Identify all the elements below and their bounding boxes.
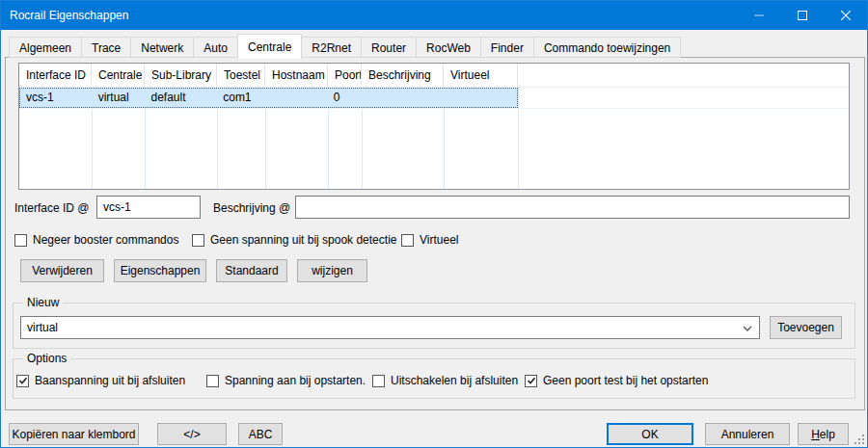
tab-finder[interactable]: Finder	[480, 37, 534, 58]
tab-rocweb[interactable]: RocWeb	[416, 37, 481, 58]
rocrail-properties-dialog: Rocrail Eigenschappen Algemeen Trace Net…	[0, 0, 868, 448]
checkmark-icon	[527, 376, 536, 385]
tab-centrale[interactable]: Centrale	[237, 34, 302, 59]
tab-algemeen[interactable]: Algemeen	[9, 37, 82, 58]
checkbox-uitschakelen-bij-afsluiten[interactable]: Uitschakelen bij afsluiten	[372, 373, 518, 388]
column-header-filler	[518, 64, 849, 87]
tab-netwerk[interactable]: Netwerk	[130, 37, 194, 58]
cell-interface-id: vcs-1	[20, 89, 93, 107]
column-header-hostnaam[interactable]: Hostnaam	[265, 64, 328, 87]
maximize-icon	[798, 11, 807, 20]
cell-toestel: com1	[217, 89, 265, 107]
annuleren-button[interactable]: Annuleren	[705, 423, 790, 445]
checkbox-box	[14, 234, 27, 247]
cell-hostnaam	[265, 89, 328, 107]
column-header-centrale[interactable]: Centrale	[92, 64, 145, 87]
wijzigen-button[interactable]: wijzigen	[297, 259, 367, 282]
toevoegen-button[interactable]: Toevoegen	[770, 316, 842, 339]
standaard-button[interactable]: Standaard	[216, 259, 287, 282]
checkbox-geen-poort-test[interactable]: Geen poort test bij het opstarten	[525, 373, 708, 388]
help-label-rest: elp	[820, 428, 835, 441]
eigenschappen-button[interactable]: Eigenschappen	[114, 259, 206, 282]
checkbox-box	[192, 234, 204, 247]
tab-bar: Algemeen Trace Netwerk Auto Centrale R2R…	[9, 36, 680, 58]
column-header-beschrijving[interactable]: Beschrijving	[362, 64, 444, 87]
column-header-interface-id[interactable]: Interface ID	[19, 64, 92, 87]
maximize-button[interactable]	[780, 1, 824, 30]
cell-sub-library: default	[146, 89, 218, 107]
abc-button[interactable]: ABC	[238, 423, 283, 445]
cell-poort: 0	[328, 89, 362, 107]
options-groupbox-title: Options	[23, 352, 70, 365]
column-header-poort[interactable]: Poort	[328, 64, 362, 87]
checkbox-box	[206, 375, 219, 387]
minimize-button[interactable]	[737, 1, 780, 30]
minimize-icon	[754, 11, 764, 20]
ok-button[interactable]: OK	[607, 423, 693, 445]
interfaces-table[interactable]: Interface ID Centrale Sub-Library Toeste…	[18, 63, 850, 190]
tab-commando-toewijzingen[interactable]: Commando toewijzingen	[533, 37, 681, 58]
chevron-down-icon	[743, 324, 752, 333]
close-icon	[841, 11, 851, 20]
window-controls	[737, 1, 867, 30]
column-header-sub-library[interactable]: Sub-Library	[145, 64, 217, 87]
checkbox-label: Geen spanning uit bij spook detectie	[210, 233, 396, 247]
interface-id-input[interactable]	[96, 196, 201, 219]
checkbox-negeer-booster-commandos[interactable]: Negeer booster commandos	[14, 232, 178, 248]
checkbox-label: Uitschakelen bij afsluiten	[391, 374, 518, 387]
checkbox-label: Geen poort test bij het opstarten	[543, 374, 708, 387]
beschrijving-input[interactable]	[295, 196, 850, 219]
combobox-selected-value: virtual	[27, 321, 58, 334]
checkbox-virtueel[interactable]: Virtueel	[401, 232, 458, 248]
help-label-accel: H	[811, 428, 820, 441]
cell-centrale: virtual	[93, 89, 146, 107]
column-header-virtueel[interactable]: Virtueel	[444, 64, 518, 87]
checkbox-spanning-aan-bij-opstarten[interactable]: Spanning aan bij opstarten.	[206, 373, 366, 388]
checkbox-baanspanning-uit-bij-afsluiten[interactable]: Baanspanning uit bij afsluiten	[16, 373, 185, 388]
tab-auto[interactable]: Auto	[193, 37, 238, 58]
tab-r2rnet[interactable]: R2Rnet	[301, 37, 362, 58]
new-central-combobox[interactable]: virtual	[20, 316, 760, 339]
verwijderen-button[interactable]: Verwijderen	[20, 259, 104, 282]
tab-trace[interactable]: Trace	[81, 37, 131, 58]
copy-to-clipboard-button[interactable]: Kopiëren naar klembord	[9, 423, 139, 445]
checkbox-geen-spanning-spook[interactable]: Geen spanning uit bij spook detectie	[192, 232, 396, 248]
table-row-selected[interactable]: vcs-1 virtual default com1 0	[19, 88, 518, 108]
checkbox-box	[401, 234, 414, 247]
help-button[interactable]: Help	[798, 423, 849, 445]
checkbox-label: Negeer booster commandos	[33, 233, 178, 247]
checkbox-label: Virtueel	[420, 233, 458, 247]
nieuw-groupbox-title: Nieuw	[23, 296, 63, 309]
cell-virtueel	[443, 89, 517, 107]
checkbox-box	[372, 375, 385, 387]
beschrijving-label: Beschrijving @	[213, 201, 290, 215]
checkbox-box	[16, 375, 29, 387]
checkmark-icon	[18, 376, 28, 385]
checkbox-box	[525, 375, 537, 387]
column-header-toestel[interactable]: Toestel	[217, 64, 265, 87]
table-header: Interface ID Centrale Sub-Library Toeste…	[19, 64, 849, 88]
close-button[interactable]	[824, 1, 867, 30]
checkbox-label: Spanning aan bij opstarten.	[225, 374, 366, 387]
tab-router[interactable]: Router	[361, 37, 417, 58]
resize-grip[interactable]	[854, 435, 864, 444]
cell-beschrijving	[362, 89, 444, 107]
xml-code-button[interactable]: </>	[157, 423, 227, 445]
window-title: Rocrail Eigenschappen	[1, 9, 128, 22]
checkbox-label: Baanspanning uit bij afsluiten	[35, 374, 185, 387]
interface-id-label: Interface ID @	[14, 201, 90, 215]
